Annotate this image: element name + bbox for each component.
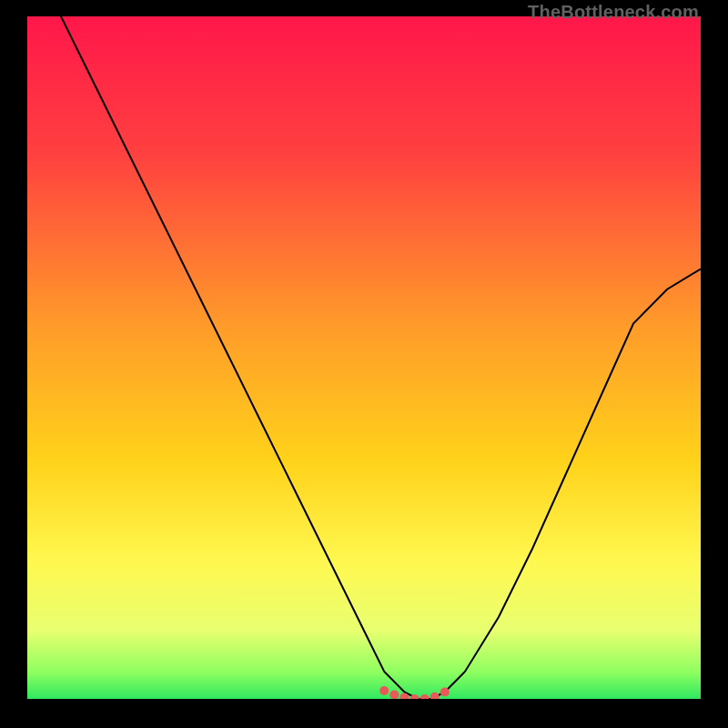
svg-point-0 — [379, 686, 389, 695]
plot-svg — [27, 16, 701, 699]
chart-frame: TheBottleneck.com — [0, 0, 728, 728]
gradient-background — [27, 16, 701, 699]
svg-point-6 — [440, 688, 450, 697]
watermark-text: TheBottleneck.com — [528, 2, 699, 23]
plot-area — [27, 16, 701, 699]
